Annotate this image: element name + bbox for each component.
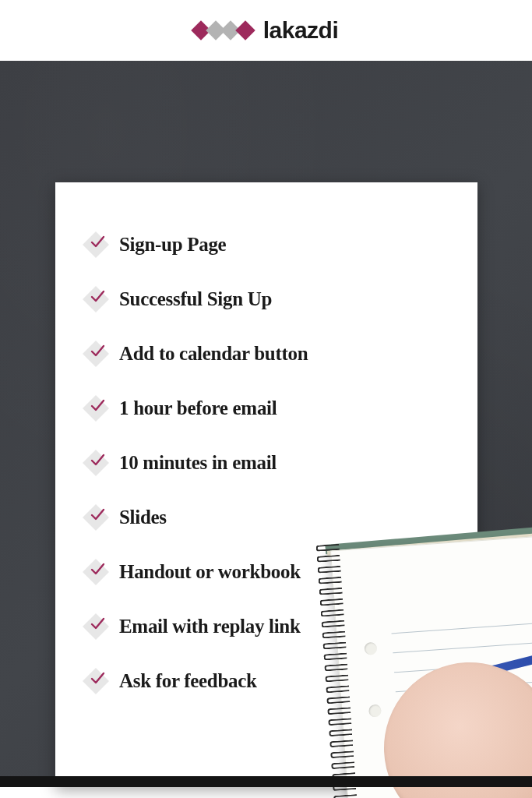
logo-diamonds [194,23,252,37]
checklist-item: 10 minutes in email [86,452,454,474]
checklist-item-label: Email with replay link [119,616,301,637]
checkmark-icon [90,234,105,249]
checkmark-icon [90,452,105,468]
checkbox-icon [86,672,105,690]
stage-background: Sign-up Page Successful Sign Up [0,61,532,787]
checklist-item: Slides [86,507,454,528]
checkmark-icon [90,561,105,577]
checklist: Sign-up Page Successful Sign Up [86,234,454,692]
checkmark-icon [90,507,105,522]
checklist-item-label: Add to calendar button [119,343,308,365]
header: lakazdi [0,0,532,61]
brand-name: lakazdi [263,17,339,44]
checkbox-icon [86,290,105,309]
checklist-item-label: Handout or workbook [119,561,301,583]
checklist-item-label: Sign-up Page [119,234,226,256]
checklist-item-label: Ask for feedback [119,670,257,692]
checkbox-icon [86,508,105,527]
checkmark-icon [90,397,105,413]
checkbox-icon [86,344,105,363]
checkmark-icon [90,343,105,358]
footer-bar [0,776,532,787]
checkmark-icon [90,288,105,304]
checkmark-icon [90,670,105,686]
checklist-item: Email with replay link [86,616,454,637]
checklist-item-label: Slides [119,507,167,528]
checkbox-icon [86,399,105,418]
checkbox-icon [86,617,105,636]
checklist-item: 1 hour before email [86,397,454,419]
checklist-item: Ask for feedback [86,670,454,692]
checklist-item: Handout or workbook [86,561,454,583]
checkbox-icon [86,454,105,472]
diamond-icon [235,20,255,40]
checkbox-icon [86,563,105,581]
checklist-item-label: 1 hour before email [119,397,277,419]
checklist-item: Successful Sign Up [86,288,454,310]
checkmark-icon [90,616,105,631]
checklist-item: Sign-up Page [86,234,454,256]
checklist-item-label: 10 minutes in email [119,452,277,474]
checklist-item-label: Successful Sign Up [119,288,272,310]
checkbox-icon [86,235,105,254]
checklist-item: Add to calendar button [86,343,454,365]
